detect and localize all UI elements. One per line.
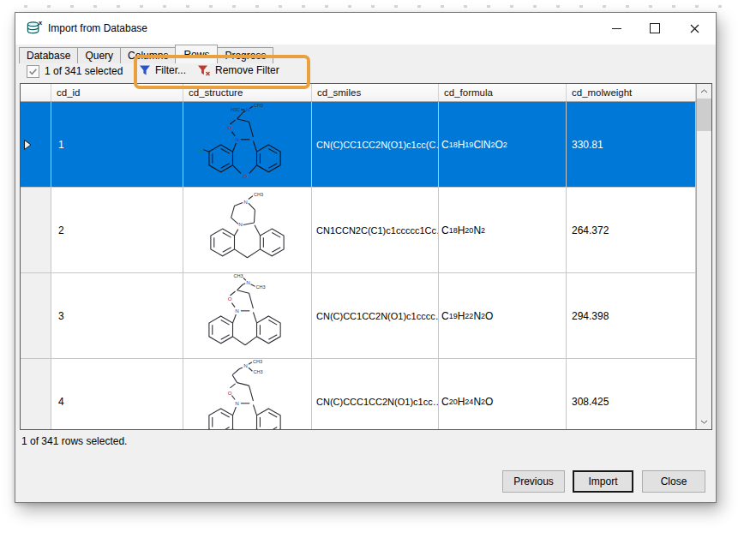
results-table: cd_id cd_structure cd_smiles cd_formula … (20, 83, 712, 430)
cell-cd-id[interactable]: 4 (51, 359, 183, 429)
cell-cd-structure[interactable]: N N CH3 (183, 188, 312, 272)
svg-text:CH3: CH3 (254, 192, 263, 197)
cell-cd-id[interactable]: 1 (51, 102, 183, 187)
svg-text:N: N (235, 308, 239, 314)
svg-text:N: N (243, 362, 248, 368)
cell-cd-formula[interactable]: C20H24N2O (439, 359, 567, 429)
svg-text:Cl: Cl (197, 146, 202, 152)
column-header-cd-molweight[interactable]: cd_molweight (567, 84, 696, 101)
svg-text:N: N (238, 221, 243, 227)
scrollbar-down-button[interactable] (697, 415, 711, 429)
cell-cd-smiles[interactable]: CN(C)CC1CC2N(O1)c1cccc… (312, 273, 439, 358)
tab-database[interactable]: Database (19, 47, 78, 63)
svg-text:CH3: CH3 (254, 103, 263, 108)
screenshot-canvas: x Import from Database Database Query Co… (0, 0, 756, 544)
cell-cd-smiles[interactable]: CN1CCN2C(C1)c1ccccc1Cc… (312, 188, 439, 272)
close-button[interactable] (681, 18, 707, 39)
maximize-icon (650, 23, 660, 33)
scrollbar-track[interactable] (697, 131, 711, 415)
structure-drawing: N N CH3 (183, 188, 311, 272)
table-row[interactable]: 3 (21, 273, 696, 359)
svg-text:N: N (246, 279, 250, 285)
cell-cd-structure[interactable]: N O N CH3 CH3 (183, 273, 312, 358)
chevron-down-icon (700, 420, 708, 424)
column-header-cd-formula[interactable]: cd_formula (439, 84, 567, 101)
close-icon (690, 24, 699, 33)
column-header-cd-structure[interactable]: cd_structure (183, 84, 312, 101)
structure-drawing: N O O Cl N CH3 H3C (183, 102, 311, 187)
checkmark-icon (28, 67, 38, 76)
row-selector-cell[interactable] (21, 188, 51, 272)
svg-text:N: N (235, 400, 239, 406)
remove-filter-funnel-icon (197, 64, 211, 76)
dialog-title: Import from Database (48, 22, 147, 34)
cell-cd-molweight[interactable]: 294.398 (567, 273, 696, 358)
current-row-arrow-icon (24, 140, 32, 150)
cell-cd-id[interactable]: 3 (51, 273, 183, 358)
selected-checkbox[interactable] (27, 65, 39, 78)
cell-cd-molweight[interactable]: 264.372 (567, 188, 696, 272)
svg-text:O: O (228, 390, 232, 396)
previous-button[interactable]: Previous (502, 470, 565, 493)
svg-text:N: N (243, 199, 248, 205)
column-header-cd-id[interactable]: cd_id (51, 84, 183, 101)
svg-text:O: O (243, 173, 248, 179)
table-row[interactable]: 2 (21, 188, 696, 273)
minimize-icon (612, 28, 621, 29)
svg-text:O: O (228, 124, 232, 130)
svg-text:x: x (39, 20, 43, 27)
cell-cd-molweight[interactable]: 308.425 (567, 359, 696, 429)
import-button[interactable]: Import (573, 470, 633, 493)
svg-text:CH3: CH3 (253, 359, 262, 364)
row-selector-cell[interactable] (21, 359, 51, 429)
close-dialog-button[interactable]: Close (642, 470, 705, 493)
row-selector-cell[interactable] (21, 273, 51, 358)
svg-text:H3C: H3C (231, 107, 240, 112)
cell-cd-formula[interactable]: C19H22N2O (439, 273, 567, 358)
column-header-selector[interactable] (21, 84, 51, 101)
app-database-icon: x (26, 20, 43, 37)
row-selector-cell[interactable] (21, 102, 51, 187)
scrollbar-thumb[interactable] (697, 99, 711, 131)
import-from-database-dialog: x Import from Database Database Query Co… (15, 12, 717, 503)
svg-text:CH3: CH3 (233, 273, 243, 278)
maximize-button[interactable] (642, 18, 668, 39)
table-row[interactable]: 1 (21, 102, 696, 188)
column-header-cd-smiles[interactable]: cd_smiles (312, 84, 439, 101)
cell-cd-structure[interactable]: N O N CH3 CH3 (183, 359, 312, 429)
selection-count-label: 1 of 341 selected (45, 65, 123, 78)
cell-cd-smiles[interactable]: CN(C)CC1CC2N(O1)c1cc(C… (312, 102, 439, 187)
vertical-scrollbar[interactable] (696, 84, 711, 429)
chevron-up-icon (700, 89, 708, 93)
tab-rows[interactable]: Rows (175, 45, 218, 63)
cell-cd-smiles[interactable]: CN(C)CCC1CC2N(O1)c1cc… (312, 359, 439, 429)
cell-cd-formula[interactable]: C18H20N2 (439, 188, 567, 272)
title-bar: x Import from Database (15, 13, 716, 45)
cell-cd-molweight[interactable]: 330.81 (567, 102, 696, 187)
svg-text:CH3: CH3 (255, 284, 265, 290)
minimize-button[interactable] (603, 18, 629, 39)
svg-text:N: N (235, 136, 239, 142)
structure-drawing: N O N CH3 CH3 (183, 359, 311, 429)
svg-text:N: N (246, 106, 250, 112)
background-window-artifact (24, 5, 737, 8)
structure-drawing: N O N CH3 CH3 (183, 273, 311, 358)
table-grid: cd_id cd_structure cd_smiles cd_formula … (21, 84, 696, 429)
svg-text:CH3: CH3 (253, 369, 262, 374)
cell-cd-id[interactable]: 2 (51, 188, 183, 272)
filter-button-label: Filter... (155, 64, 186, 76)
tab-query[interactable]: Query (77, 47, 121, 63)
cell-cd-structure[interactable]: N O O Cl N CH3 H3C (183, 102, 312, 187)
scrollbar-up-button[interactable] (697, 84, 711, 99)
filter-funnel-icon (139, 64, 151, 76)
cell-cd-formula[interactable]: C18H19ClN2O2 (439, 102, 567, 187)
remove-filter-button-label: Remove Filter (215, 64, 279, 76)
table-row[interactable]: 4 (21, 359, 696, 429)
table-header-row: cd_id cd_structure cd_smiles cd_formula … (21, 84, 696, 102)
status-bar-text: 1 of 341 rows selected. (21, 435, 127, 447)
svg-text:O: O (228, 296, 232, 302)
